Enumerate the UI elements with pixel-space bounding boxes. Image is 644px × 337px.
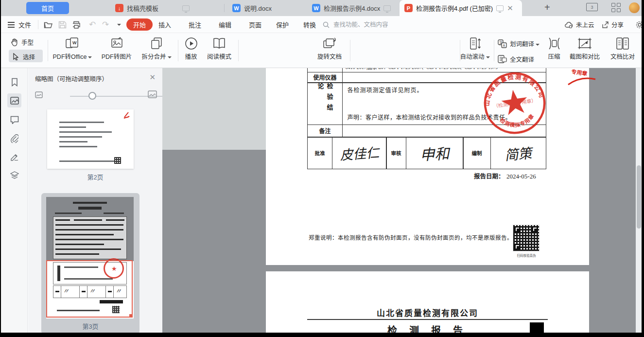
cloud-icon — [565, 21, 574, 28]
thumb-size-small-icon[interactable] — [35, 91, 43, 98]
thumbnails-panel-button[interactable] — [7, 93, 21, 107]
pdf-page-3[interactable]: 0410-2017|国家 BJ：GB/T 1725-2007、GB/T 1725… — [266, 68, 589, 265]
ribbon-tab-comment[interactable]: 批注 — [189, 16, 201, 33]
pdf-page-4[interactable]: 山北省质量检测有限公司 检 测 报 告 — [266, 271, 589, 333]
ribbon-tab-insert[interactable]: 插入 — [158, 16, 171, 33]
select-tool[interactable]: 选择 — [9, 50, 43, 62]
thumb-qr-mini — [114, 157, 121, 164]
tab-label: 检测报告示例4.docx — [324, 3, 380, 13]
share-button[interactable]: 分享 — [602, 16, 624, 33]
bookmarks-panel-button[interactable] — [7, 75, 21, 89]
signature-stamp-icon — [10, 153, 19, 161]
company-name: 山北省质量检测有限公司 — [266, 306, 589, 319]
report-date-label: 报告日期： — [474, 173, 505, 180]
pdf-to-image-icon — [110, 37, 123, 50]
panel-close-icon[interactable]: ✕ — [149, 73, 156, 82]
title-rule — [307, 319, 548, 320]
play-icon — [185, 37, 198, 50]
instrument-label: 使用仪器 — [313, 73, 336, 82]
writer-doc-icon: W — [312, 4, 320, 12]
auto-scroll-button[interactable]: 自动滚动 — [458, 37, 492, 61]
tab-close-icon[interactable]: ✕ — [507, 4, 513, 12]
pdf-to-office-button[interactable]: W PDF转Office — [51, 37, 94, 61]
undo-button[interactable]: ↶ — [89, 16, 96, 33]
hand-tool[interactable]: 手型 — [11, 37, 34, 47]
file-menu[interactable]: 文件 — [7, 16, 31, 33]
save-button[interactable] — [58, 16, 67, 33]
tab-home[interactable]: 首页 — [26, 2, 69, 14]
split-merge-label: 拆分合并 — [141, 53, 166, 60]
word-translate-icon: 文A — [498, 39, 507, 48]
print-button[interactable] — [72, 16, 81, 33]
tab-template[interactable]: ↓ 找稿壳模板 — [110, 0, 225, 16]
viewport-indicator[interactable] — [46, 260, 133, 318]
compress-button[interactable]: 压缩 — [544, 37, 564, 61]
clipped-table-row: 0410-2017|国家 BJ：GB/T 1725-2007、GB/T 1725… — [346, 68, 498, 71]
read-mode-button[interactable]: 阅读模式 — [204, 37, 234, 61]
quickbar-dropdown[interactable] — [116, 16, 121, 33]
pdf-doc-icon: P — [404, 4, 413, 12]
search-box[interactable] — [323, 19, 415, 30]
ribbon-tab-label: 开始 — [126, 18, 153, 31]
layers-icon — [10, 171, 19, 179]
apps-grid-icon[interactable] — [611, 3, 621, 12]
settings-gear-icon[interactable] — [636, 16, 642, 33]
redo-button[interactable]: ↷ — [102, 16, 109, 33]
scrollbar-thumb[interactable] — [637, 165, 641, 229]
tab-home-label: 首页 — [41, 3, 54, 13]
comment-icon — [10, 116, 19, 124]
sidebar-rail — [1, 68, 28, 333]
full-translate-button[interactable]: 全文翻译 — [498, 54, 534, 64]
search-input[interactable] — [332, 21, 410, 29]
paperclip-icon — [10, 134, 18, 143]
compress-label: 压缩 — [548, 52, 560, 61]
review-signature: 申和 — [419, 142, 450, 164]
ribbon-tab-convert[interactable]: 转换 — [303, 16, 316, 33]
ribbon-tab-protect[interactable]: 保护 — [276, 16, 289, 33]
tab-label: 找稿壳模板 — [127, 3, 158, 13]
screenshot-compare-button[interactable]: 截图和对比 — [568, 37, 602, 61]
monitor-icon — [182, 5, 190, 11]
rotate-doc-label: 旋转文档 — [317, 52, 342, 61]
split-merge-button[interactable]: 拆分合并 — [139, 37, 174, 61]
word-translate-button[interactable]: 文A 划词翻译 — [498, 39, 540, 48]
doc-compare-button[interactable]: 文档比对 — [608, 37, 638, 61]
play-button[interactable]: 播放 — [181, 37, 201, 61]
thumb-size-slider-knob[interactable] — [88, 92, 96, 100]
hand-label: 手型 — [21, 37, 34, 47]
attachments-panel-button[interactable] — [7, 131, 21, 145]
book-icon — [212, 37, 226, 50]
pdf-to-image-button[interactable]: PDF转图片 — [98, 37, 135, 61]
docer-icon: ↓ — [115, 4, 123, 12]
prepare-label: 编制 — [472, 149, 482, 157]
document-canvas[interactable]: 0410-2017|国家 BJ：GB/T 1725-2007、GB/T 1725… — [162, 68, 636, 333]
layers-panel-button[interactable] — [7, 168, 21, 182]
tab-report-docx[interactable]: W 检测报告示例4.docx — [307, 0, 397, 16]
tab-report-pdf-active[interactable]: P 检测报告示例4.pdf (已加密) ✕ — [400, 0, 522, 16]
ribbon-tab-label: 插入 — [158, 20, 171, 29]
ribbon-tab-start[interactable]: 开始 — [126, 16, 153, 33]
screenshot-compare-icon — [577, 37, 592, 50]
ribbon-tab-page[interactable]: 页面 — [249, 16, 261, 33]
conclusion-label: 检验结论 — [316, 83, 334, 124]
cloud-status[interactable]: 未上云 — [565, 16, 594, 33]
open-button[interactable] — [44, 16, 53, 33]
compress-icon — [547, 37, 561, 50]
review-label: 审核 — [391, 149, 401, 157]
monitor-icon — [383, 5, 391, 11]
ribbon-tab-edit[interactable]: 编辑 — [219, 16, 231, 33]
comments-panel-button[interactable] — [7, 113, 21, 127]
thumb-size-large-icon[interactable] — [148, 90, 157, 98]
pdf-to-image-label: PDF转图片 — [102, 52, 132, 61]
user-avatar[interactable] — [629, 2, 640, 13]
signature-panel-button[interactable] — [7, 150, 21, 164]
vertical-scrollbar[interactable] — [636, 68, 642, 333]
doc-compare-icon — [616, 37, 629, 50]
svg-text:A: A — [503, 44, 505, 47]
ribbon-tab-label: 保护 — [276, 20, 289, 29]
word-translate-label: 划词翻译 — [510, 41, 534, 48]
thumbnail-page-3-selected[interactable]: ★ 〃 〃 〃 — [41, 193, 139, 333]
new-tab-button[interactable]: + — [544, 2, 550, 13]
rotate-doc-button[interactable]: 旋转文档 — [313, 37, 346, 61]
window-layout-icon[interactable]: 3 — [586, 3, 598, 11]
